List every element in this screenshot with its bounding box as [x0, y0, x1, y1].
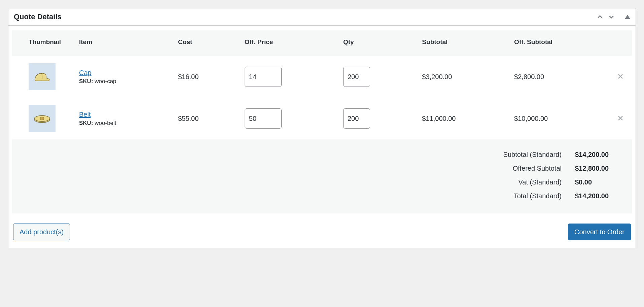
- svg-point-0: [41, 73, 42, 75]
- col-header-off-subtotal: Off. Subtotal: [507, 30, 609, 56]
- col-header-remove: [609, 30, 632, 56]
- off-price-input[interactable]: [245, 67, 282, 87]
- sku-label: SKU:: [79, 120, 93, 126]
- subtotal-cell: $3,200.00: [415, 56, 507, 98]
- off-subtotal-cell: $10,000.00: [507, 98, 609, 139]
- totals-label: Total (Standard): [503, 192, 562, 200]
- product-thumbnail: [29, 63, 56, 90]
- table-row: Cap SKU: woo-cap $16.00 $3,200.0: [12, 56, 632, 98]
- col-header-cost: Cost: [171, 30, 238, 56]
- panel-header: Quote Details: [8, 8, 636, 26]
- add-products-button[interactable]: Add product(s): [13, 224, 70, 240]
- totals-label: Offered Subtotal: [503, 165, 562, 172]
- thumbnail-cell: [12, 56, 72, 98]
- totals-value: $0.00: [562, 178, 622, 186]
- totals-block: Subtotal (Standard) $14,200.00 Offered S…: [12, 139, 632, 213]
- thumbnail-cell: [12, 98, 72, 139]
- totals-label: Vat (Standard): [503, 178, 562, 186]
- convert-to-order-button[interactable]: Convert to Order: [568, 224, 631, 240]
- collapse-toggle-icon[interactable]: [625, 15, 630, 19]
- sku-label: SKU:: [79, 78, 93, 84]
- qty-cell: [336, 56, 415, 98]
- items-table: Thumbnail Item Cost Off. Price Qty Subto…: [12, 30, 632, 139]
- close-icon[interactable]: [618, 115, 623, 121]
- qty-input[interactable]: [343, 67, 370, 87]
- remove-cell: [609, 56, 632, 98]
- product-link[interactable]: Belt: [79, 111, 91, 118]
- cap-icon: [33, 69, 51, 84]
- cost-cell: $16.00: [171, 56, 238, 98]
- product-thumbnail: [29, 105, 56, 132]
- chevron-down-icon[interactable]: [608, 13, 615, 20]
- item-cell: Belt SKU: woo-belt: [72, 98, 171, 139]
- col-header-item: Item: [72, 30, 171, 56]
- off-subtotal-cell: $2,800.00: [507, 56, 609, 98]
- item-name: Belt: [79, 111, 165, 118]
- subtotal-cell: $11,000.00: [415, 98, 507, 139]
- totals-grid: Subtotal (Standard) $14,200.00 Offered S…: [22, 151, 622, 200]
- remove-cell: [609, 98, 632, 139]
- chevron-up-icon[interactable]: [597, 13, 603, 20]
- close-icon[interactable]: [618, 74, 623, 79]
- col-header-thumbnail: Thumbnail: [12, 30, 72, 56]
- col-header-subtotal: Subtotal: [415, 30, 507, 56]
- cost-cell: $55.00: [171, 98, 238, 139]
- product-link[interactable]: Cap: [79, 69, 92, 76]
- totals-value: $14,200.00: [562, 192, 622, 200]
- totals-label: Subtotal (Standard): [503, 151, 562, 159]
- sku-value: woo-belt: [95, 120, 116, 126]
- totals-value: $14,200.00: [562, 151, 622, 159]
- sku-line: SKU: woo-belt: [79, 120, 165, 127]
- col-header-qty: Qty: [336, 30, 415, 56]
- belt-icon: [33, 111, 51, 126]
- off-price-input[interactable]: [245, 108, 282, 129]
- col-header-off-price: Off. Price: [238, 30, 336, 56]
- qty-cell: [336, 98, 415, 139]
- panel-header-actions: [597, 13, 630, 20]
- totals-value: $12,800.00: [562, 165, 622, 172]
- table-row: Belt SKU: woo-belt $55.00 $11,00: [12, 98, 632, 139]
- table-wrap: Thumbnail Item Cost Off. Price Qty Subto…: [8, 26, 636, 217]
- sku-line: SKU: woo-cap: [79, 78, 165, 85]
- footer-bar: Add product(s) Convert to Order: [8, 217, 636, 248]
- off-price-cell: [238, 98, 336, 139]
- panel-title: Quote Details: [14, 12, 62, 21]
- item-name: Cap: [79, 69, 165, 77]
- quote-details-panel: Quote Details Thumbnail Item Cost Off. P…: [8, 8, 636, 248]
- qty-input[interactable]: [343, 108, 370, 129]
- item-cell: Cap SKU: woo-cap: [72, 56, 171, 98]
- sku-value: woo-cap: [95, 78, 116, 84]
- off-price-cell: [238, 56, 336, 98]
